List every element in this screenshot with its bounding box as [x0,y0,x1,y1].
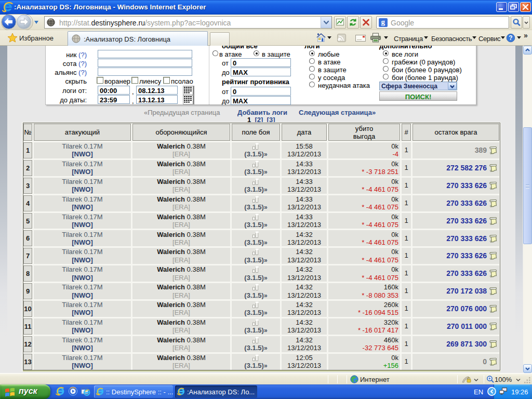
svg-text:?: ? [509,34,512,42]
